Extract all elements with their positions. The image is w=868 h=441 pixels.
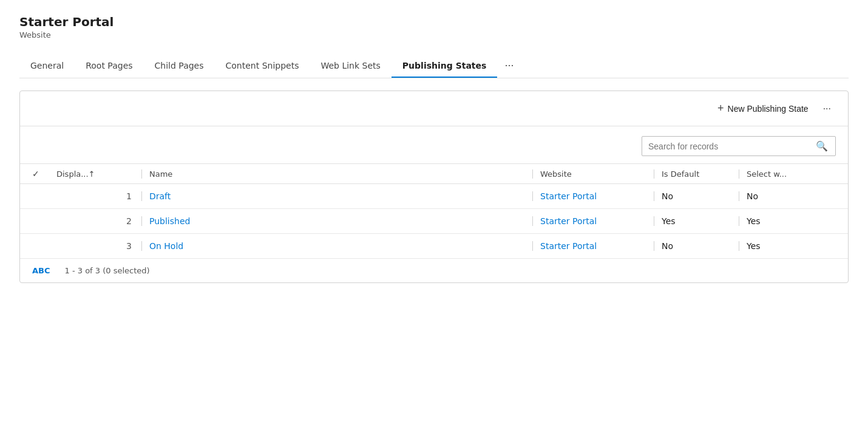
check-icon: ✓ [32, 169, 39, 179]
row-3-name[interactable]: On Hold [141, 241, 532, 251]
row-2-is-default: Yes [654, 216, 739, 226]
col-display[interactable]: Displa...↑ [56, 169, 141, 179]
row-1-name[interactable]: Draft [141, 191, 532, 201]
row-3-website[interactable]: Starter Portal [532, 241, 654, 251]
tab-bar: General Root Pages Child Pages Content S… [19, 54, 849, 78]
row-3-select-w: Yes [739, 241, 836, 251]
col-is-default[interactable]: Is Default [654, 169, 739, 179]
content-area: + New Publishing State ··· 🔍 ✓ Displa...… [19, 91, 849, 283]
plus-icon: + [717, 102, 724, 115]
search-row: 🔍 [20, 131, 848, 163]
row-2-website[interactable]: Starter Portal [532, 216, 654, 226]
footer-row: ABC 1 - 3 of 3 (0 selected) [20, 259, 848, 282]
toolbar-divider [20, 126, 848, 126]
row-1-website[interactable]: Starter Portal [532, 191, 654, 201]
app-title: Starter Portal [19, 15, 849, 29]
row-3-is-default: No [654, 241, 739, 251]
row-2-name[interactable]: Published [141, 216, 532, 226]
tab-child-pages[interactable]: Child Pages [144, 55, 215, 78]
row-1-num: 1 [56, 191, 141, 201]
col-check: ✓ [32, 169, 56, 179]
row-1-select-w: No [739, 191, 836, 201]
tab-publishing-states[interactable]: Publishing States [392, 55, 498, 78]
search-box: 🔍 [642, 136, 836, 156]
row-2-num: 2 [56, 216, 141, 226]
new-publishing-state-button[interactable]: + New Publishing State [713, 100, 813, 117]
row-3-num: 3 [56, 241, 141, 251]
table-row: 1 Draft Starter Portal No No [20, 184, 848, 209]
new-state-label: New Publishing State [728, 104, 809, 114]
search-input[interactable] [648, 142, 815, 151]
table-row: 3 On Hold Starter Portal No Yes [20, 234, 848, 259]
tab-web-link-sets[interactable]: Web Link Sets [310, 55, 391, 78]
footer-abc[interactable]: ABC [32, 266, 50, 275]
search-icon-button[interactable]: 🔍 [815, 140, 829, 152]
app-subtitle: Website [19, 30, 849, 39]
search-icon: 🔍 [816, 141, 828, 151]
tab-general[interactable]: General [19, 55, 75, 78]
tab-more-icon[interactable]: ··· [497, 54, 521, 78]
table-header: ✓ Displa...↑ Name Website Is Default Sel… [20, 163, 848, 184]
row-2-select-w: Yes [739, 216, 836, 226]
tab-root-pages[interactable]: Root Pages [75, 55, 143, 78]
row-1-is-default: No [654, 191, 739, 201]
footer-count: 1 - 3 of 3 (0 selected) [65, 266, 150, 275]
table-row: 2 Published Starter Portal Yes Yes [20, 209, 848, 234]
page-container: Starter Portal Website General Root Page… [0, 0, 868, 298]
tab-content-snippets[interactable]: Content Snippets [215, 55, 310, 78]
col-select-w[interactable]: Select w... [739, 169, 836, 179]
col-website[interactable]: Website [532, 169, 654, 179]
toolbar: + New Publishing State ··· [20, 91, 848, 126]
toolbar-more-button[interactable]: ··· [818, 101, 836, 117]
col-name[interactable]: Name [141, 169, 532, 179]
